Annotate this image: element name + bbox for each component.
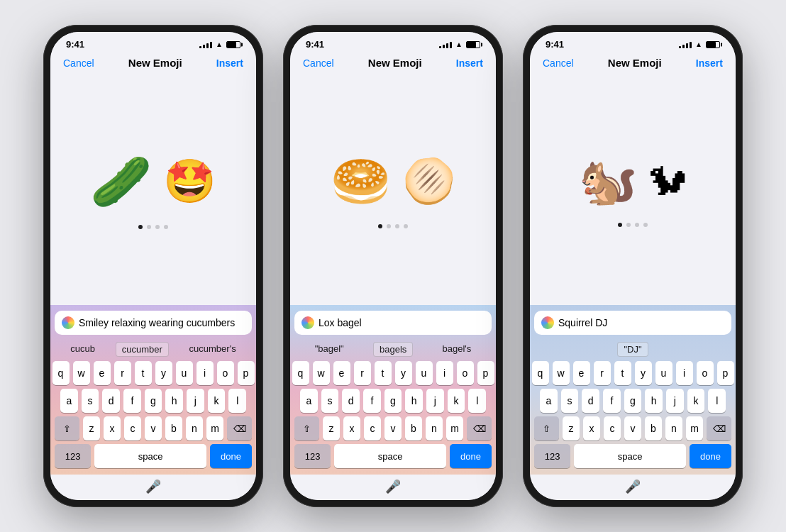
suggestion-2-2[interactable]: bagels: [373, 342, 413, 357]
key-z-1[interactable]: z: [83, 416, 100, 440]
key-b-1[interactable]: b: [165, 416, 182, 440]
key-e-2[interactable]: e: [333, 361, 350, 385]
microphone-icon-1[interactable]: 🎤: [145, 479, 161, 494]
key-i-1[interactable]: i: [196, 361, 214, 385]
key-l-3[interactable]: l: [708, 389, 726, 413]
emoji-2-main[interactable]: 🥯: [331, 153, 391, 210]
emoji-2-alt[interactable]: 🫓: [402, 156, 455, 206]
key-l-2[interactable]: l: [468, 389, 486, 413]
key-n-2[interactable]: n: [426, 416, 443, 440]
insert-button-2[interactable]: Insert: [456, 57, 483, 69]
emoji-3-main[interactable]: 🐿️: [579, 154, 637, 209]
insert-button-1[interactable]: Insert: [216, 57, 243, 69]
key-j-3[interactable]: j: [666, 389, 684, 413]
key-u-3[interactable]: u: [655, 361, 672, 385]
key-c-2[interactable]: c: [364, 416, 381, 440]
key-x-2[interactable]: x: [343, 416, 360, 440]
key-y-2[interactable]: y: [395, 361, 412, 385]
key-g-3[interactable]: g: [624, 389, 642, 413]
key-s-1[interactable]: s: [82, 389, 99, 413]
key-delete-3[interactable]: ⌫: [707, 416, 731, 440]
key-r-2[interactable]: r: [354, 361, 371, 385]
key-a-1[interactable]: a: [60, 389, 78, 413]
key-k-2[interactable]: k: [448, 389, 465, 413]
key-j-1[interactable]: j: [187, 389, 204, 413]
key-g-2[interactable]: g: [384, 389, 402, 413]
key-u-1[interactable]: u: [176, 361, 193, 385]
key-m-3[interactable]: m: [686, 416, 703, 440]
key-t-1[interactable]: t: [135, 361, 152, 385]
emoji-1-alt[interactable]: 🤩: [163, 156, 216, 206]
key-y-3[interactable]: y: [635, 361, 652, 385]
suggestion-1-3[interactable]: cucumber's: [184, 342, 242, 357]
key-z-3[interactable]: z: [563, 416, 580, 440]
key-y-1[interactable]: y: [155, 361, 172, 385]
key-o-3[interactable]: o: [697, 361, 714, 385]
key-shift-1[interactable]: ⇧: [55, 416, 79, 440]
key-v-1[interactable]: v: [145, 416, 162, 440]
key-space-1[interactable]: space: [94, 444, 206, 468]
key-f-1[interactable]: f: [123, 389, 141, 413]
key-space-3[interactable]: space: [574, 444, 686, 468]
key-k-3[interactable]: k: [687, 389, 705, 413]
key-b-2[interactable]: b: [405, 416, 422, 440]
suggestion-1-1[interactable]: cucub: [65, 342, 101, 357]
key-n-1[interactable]: n: [186, 416, 203, 440]
key-shift-3[interactable]: ⇧: [534, 416, 559, 440]
key-q-3[interactable]: q: [532, 361, 549, 385]
key-m-1[interactable]: m: [206, 416, 223, 440]
microphone-icon-3[interactable]: 🎤: [625, 479, 641, 494]
key-f-2[interactable]: f: [363, 389, 381, 413]
key-p-2[interactable]: p: [477, 361, 494, 385]
insert-button-3[interactable]: Insert: [696, 57, 723, 69]
key-i-2[interactable]: i: [436, 361, 453, 385]
key-v-3[interactable]: v: [624, 416, 641, 440]
suggestion-2-3[interactable]: bagel's: [437, 342, 477, 357]
key-delete-1[interactable]: ⌫: [227, 416, 252, 440]
key-x-1[interactable]: x: [104, 416, 121, 440]
key-done-1[interactable]: done: [210, 444, 252, 468]
key-c-3[interactable]: c: [604, 416, 621, 440]
key-w-1[interactable]: w: [73, 361, 90, 385]
key-w-2[interactable]: w: [313, 361, 330, 385]
key-a-3[interactable]: a: [540, 389, 558, 413]
key-z-2[interactable]: z: [323, 416, 340, 440]
key-a-2[interactable]: a: [300, 389, 318, 413]
search-field-2[interactable]: Lox bagel: [294, 311, 492, 335]
key-f-3[interactable]: f: [603, 389, 621, 413]
key-s-2[interactable]: s: [321, 389, 339, 413]
key-shift-2[interactable]: ⇧: [294, 416, 319, 440]
key-w-3[interactable]: w: [553, 361, 570, 385]
cancel-button-1[interactable]: Cancel: [63, 57, 94, 69]
key-p-1[interactable]: p: [238, 361, 255, 385]
emoji-3-alt[interactable]: 🐿: [648, 159, 687, 204]
key-d-2[interactable]: d: [342, 389, 360, 413]
key-t-2[interactable]: t: [375, 361, 392, 385]
key-k-1[interactable]: k: [208, 389, 226, 413]
key-g-1[interactable]: g: [145, 389, 162, 413]
key-l-1[interactable]: l: [228, 389, 246, 413]
key-n-3[interactable]: n: [665, 416, 682, 440]
suggestion-2-1[interactable]: "bagel": [309, 342, 350, 357]
key-o-1[interactable]: o: [217, 361, 234, 385]
key-delete-2[interactable]: ⌫: [467, 416, 492, 440]
key-h-2[interactable]: h: [405, 389, 423, 413]
suggestion-1-2[interactable]: cucumber: [116, 342, 169, 357]
key-h-1[interactable]: h: [165, 389, 183, 413]
key-space-2[interactable]: space: [334, 444, 446, 468]
key-m-2[interactable]: m: [446, 416, 463, 440]
key-o-2[interactable]: o: [457, 361, 474, 385]
key-done-3[interactable]: done: [690, 444, 731, 468]
key-j-2[interactable]: j: [426, 389, 444, 413]
key-e-3[interactable]: e: [573, 361, 590, 385]
key-r-1[interactable]: r: [114, 361, 131, 385]
key-c-1[interactable]: c: [124, 416, 141, 440]
key-q-2[interactable]: q: [292, 361, 309, 385]
emoji-1-main[interactable]: 🥒: [90, 153, 152, 211]
key-u-2[interactable]: u: [416, 361, 433, 385]
search-field-3[interactable]: Squirrel DJ: [534, 311, 731, 335]
key-v-2[interactable]: v: [384, 416, 402, 440]
key-x-3[interactable]: x: [583, 416, 600, 440]
key-q-1[interactable]: q: [52, 361, 70, 385]
key-e-1[interactable]: e: [94, 361, 111, 385]
